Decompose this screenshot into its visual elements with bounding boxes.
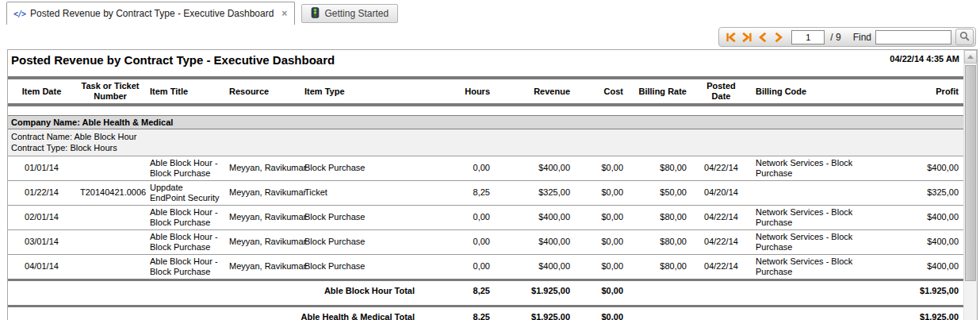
cell-profit: $400,00	[868, 254, 963, 280]
total-hours: 8,25	[423, 306, 495, 320]
col-billing-rate: Billing Rate	[628, 78, 691, 105]
cell-revenue: $325,00	[495, 180, 575, 205]
cell-hours: 0,00	[423, 254, 495, 280]
cell-ticket	[75, 254, 145, 280]
cell-billing-code	[751, 180, 868, 205]
report-timestamp: 04/22/14 4:35 AM	[890, 54, 959, 64]
scrollbar-thumb[interactable]	[965, 65, 976, 281]
cell-cost: $0,00	[575, 229, 628, 254]
col-profit: Profit	[868, 78, 963, 105]
search-button[interactable]	[955, 29, 974, 45]
chevron-up-icon	[967, 55, 974, 59]
cell-revenue: $400,00	[495, 229, 575, 254]
table-row: 04/01/14 Able Block Hour - Block Purchas…	[8, 254, 963, 280]
last-page-icon[interactable]	[741, 29, 752, 45]
report-title: Posted Revenue by Contract Type - Execut…	[11, 53, 335, 67]
tab-posted-revenue-report[interactable]: </> Posted Revenue by Contract Type - Ex…	[6, 2, 295, 25]
total-label: Able Block Hour Total	[8, 280, 423, 306]
cell-posted-date: 04/22/14	[691, 229, 751, 254]
code-icon: </>	[13, 10, 25, 18]
company-group-row: Company Name: Able Health & Medical	[8, 115, 963, 129]
vertical-scrollbar[interactable]	[963, 50, 977, 320]
cell-item-date: 02/01/14	[8, 205, 75, 229]
report-content: Posted Revenue by Contract Type - Execut…	[8, 50, 963, 320]
total-profit: $1.925,00	[868, 306, 963, 320]
cell-item-type: Ticket	[300, 180, 423, 205]
cell-item-date: 01/01/14	[8, 156, 75, 180]
page-number-input[interactable]	[791, 30, 825, 44]
cell-billing-rate: $50,00	[628, 180, 691, 205]
cell-item-title: Uppdate EndPoint Security	[145, 180, 224, 205]
col-posted-date: Posted Date	[691, 78, 751, 105]
cell-billing-code: Network Services - Block Purchase	[751, 229, 868, 254]
company-total-row: Able Health & Medical Total 8,25 $1.925,…	[8, 306, 963, 320]
next-page-icon[interactable]	[772, 29, 784, 45]
col-item-date: Item Date	[8, 78, 75, 105]
col-ticket-number: Task or Ticket Number	[75, 78, 145, 105]
company-name: Company Name: Able Health & Medical	[8, 115, 963, 129]
cell-ticket	[75, 229, 145, 254]
magnifier-icon	[959, 31, 970, 44]
cell-hours: 0,00	[423, 205, 495, 229]
cell-item-title: Able Block Hour - Block Purchase	[145, 205, 224, 229]
contract-group-row: Contract Name: Able Block Hour Contract …	[8, 129, 963, 156]
cell-ticket	[75, 205, 145, 229]
cell-posted-date: 04/22/14	[691, 205, 751, 229]
previous-page-icon[interactable]	[756, 29, 768, 45]
cell-hours: 8,25	[423, 180, 495, 205]
traffic-light-icon	[311, 7, 320, 21]
find-label: Find	[853, 32, 871, 43]
col-hours: Hours	[423, 78, 495, 105]
cell-item-date: 01/22/14	[8, 180, 75, 205]
cell-billing-rate: $80,00	[628, 254, 691, 280]
tab-label: Getting Started	[324, 8, 389, 19]
scroll-up-button[interactable]	[964, 50, 977, 64]
report-table: Item Date Task or Ticket Number Item Tit…	[8, 76, 963, 320]
spacer-row	[8, 105, 963, 115]
cell-cost: $0,00	[575, 205, 628, 229]
find-input[interactable]	[875, 30, 951, 44]
cell-billing-rate: $80,00	[628, 205, 691, 229]
cell-posted-date: 04/22/14	[691, 156, 751, 180]
cell-item-title: Able Block Hour - Block Purchase	[145, 156, 224, 180]
total-cost: $0,00	[575, 306, 628, 320]
cell-billing-code: Network Services - Block Purchase	[751, 156, 868, 180]
cell-ticket	[75, 156, 145, 180]
cell-resource: Meyyan, Ravikumar	[224, 229, 300, 254]
cell-posted-date: 04/20/14	[691, 180, 751, 205]
cell-cost: $0,00	[575, 156, 628, 180]
cell-resource: Meyyan, Ravikumar	[224, 254, 300, 280]
cell-revenue: $400,00	[495, 205, 575, 229]
total-revenue: $1.925,00	[495, 306, 575, 320]
contract-type: Contract Type: Block Hours	[11, 142, 960, 153]
page-total-label: / 9	[829, 32, 842, 43]
contract-total-row: Able Block Hour Total 8,25 $1.925,00 $0,…	[8, 280, 963, 306]
cell-billing-code: Network Services - Block Purchase	[751, 205, 868, 229]
cell-posted-date: 04/22/14	[691, 254, 751, 280]
col-cost: Cost	[575, 78, 628, 105]
first-page-icon[interactable]	[725, 29, 737, 45]
table-row: 02/01/14 Able Block Hour - Block Purchas…	[8, 205, 963, 229]
col-item-title: Item Title	[145, 78, 224, 105]
cell-item-type: Block Purchase	[300, 229, 423, 254]
cell-billing-rate: $80,00	[628, 156, 691, 180]
cell-resource: Meyyan, Ravikumar	[224, 156, 300, 180]
table-row: 03/01/14 Able Block Hour - Block Purchas…	[8, 229, 963, 254]
report-viewer-panel: Posted Revenue by Contract Type - Execut…	[7, 49, 978, 320]
cell-item-date: 03/01/14	[8, 229, 75, 254]
close-icon[interactable]: ×	[281, 8, 287, 19]
table-row: 01/22/14 T20140421.0006 Uppdate EndPoint…	[8, 180, 963, 205]
col-billing-code: Billing Code	[751, 78, 868, 105]
cell-profit: $400,00	[868, 229, 963, 254]
col-item-type: Item Type	[300, 78, 423, 105]
total-revenue: $1.925,00	[495, 280, 575, 306]
cell-item-date: 04/01/14	[8, 254, 75, 280]
table-row: 01/01/14 Able Block Hour - Block Purchas…	[8, 156, 963, 180]
tab-getting-started[interactable]: Getting Started	[301, 4, 398, 23]
cell-item-type: Block Purchase	[300, 254, 423, 280]
cell-item-title: Able Block Hour - Block Purchase	[145, 254, 224, 280]
cell-profit: $325,00	[868, 180, 963, 205]
cell-cost: $0,00	[575, 180, 628, 205]
report-toolbar: / 9 Find	[0, 25, 980, 49]
total-cost: $0,00	[575, 280, 628, 306]
